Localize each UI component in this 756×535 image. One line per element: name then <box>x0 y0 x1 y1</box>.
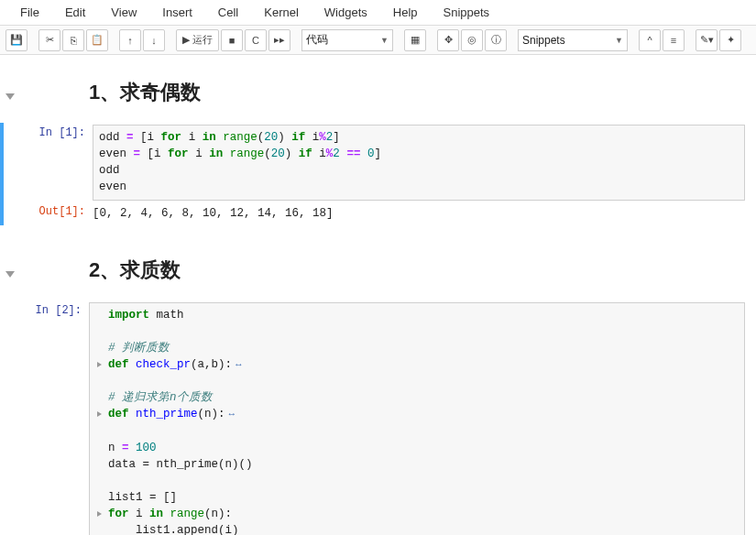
run-button[interactable]: ▶ 运行 <box>176 29 219 51</box>
menu-widgets[interactable]: Widgets <box>312 2 380 23</box>
interrupt-button[interactable]: ■ <box>221 29 243 51</box>
brush-button[interactable]: ✎▾ <box>696 29 718 51</box>
code-fold-icon[interactable] <box>97 511 102 517</box>
chevron-down-icon: ▼ <box>380 36 389 45</box>
cut-button[interactable]: ✂ <box>38 29 60 51</box>
code-input-area[interactable]: odd = [i for i in range(20) if i%2] even… <box>93 125 745 201</box>
menu-bar: File Edit View Insert Cell Kernel Widget… <box>0 0 756 26</box>
caret-up-button[interactable]: ^ <box>639 29 661 51</box>
circle-icon-button[interactable]: ◎ <box>461 29 483 51</box>
save-button[interactable]: 💾 <box>5 29 27 51</box>
chevron-down-icon: ▼ <box>615 36 623 45</box>
code-cell-selected[interactable]: In [1]: odd = [i for i in range(20) if i… <box>0 123 756 225</box>
celltype-value: 代码 <box>306 32 328 48</box>
fold-ellipsis-icon[interactable]: ↔ <box>236 359 242 370</box>
menu-kernel[interactable]: Kernel <box>251 2 312 23</box>
menu-help[interactable]: Help <box>380 2 431 23</box>
output-prompt: Out[1]: <box>24 203 93 218</box>
info-icon-button[interactable]: ⓘ <box>485 29 507 51</box>
paste-button[interactable]: 📋 <box>86 29 108 51</box>
code-cell[interactable]: In [2]: import math # 判断质数 def check_pr(… <box>0 300 756 536</box>
menu-file[interactable]: File <box>7 2 52 23</box>
menu-snippets[interactable]: Snippets <box>431 2 503 23</box>
code-input-area[interactable]: import math # 判断质数 def check_pr(a,b):↔ #… <box>89 302 745 536</box>
markdown-cell[interactable]: 1、求奇偶数 <box>0 62 756 123</box>
menu-cell[interactable]: Cell <box>205 2 251 23</box>
list-button[interactable]: ≡ <box>663 29 685 51</box>
eraser-button[interactable]: ✦ <box>719 29 741 51</box>
snippets-value: Snippets <box>522 34 565 47</box>
input-prompt: In [2]: <box>20 302 89 317</box>
notebook-area[interactable]: 1、求奇偶数 In [1]: odd = [i for i in range(2… <box>0 55 756 535</box>
code-fold-icon[interactable] <box>97 411 102 417</box>
input-prompt: In [1]: <box>24 125 93 139</box>
heading-text: 2、求质数 <box>89 251 756 293</box>
move-icon-button[interactable]: ✥ <box>437 29 459 51</box>
restart-run-all-button[interactable]: ▸▸ <box>268 29 290 51</box>
command-palette-button[interactable]: ▦ <box>404 29 426 51</box>
markdown-cell[interactable]: 2、求质数 <box>0 240 756 300</box>
heading-text: 1、求奇偶数 <box>89 73 756 115</box>
copy-button[interactable]: ⎘ <box>62 29 84 51</box>
fold-ellipsis-icon[interactable]: ↔ <box>229 409 236 420</box>
code-fold-icon[interactable] <box>97 362 102 367</box>
fold-toggle-icon[interactable] <box>5 271 15 278</box>
output-text: [0, 2, 4, 6, 8, 10, 12, 14, 16, 18] <box>93 203 756 224</box>
menu-view[interactable]: View <box>98 2 149 23</box>
run-label: 运行 <box>192 33 213 47</box>
move-up-button[interactable]: ↑ <box>119 29 141 51</box>
fold-toggle-icon[interactable] <box>5 93 15 100</box>
celltype-select[interactable]: 代码 ▼ <box>301 29 393 51</box>
move-down-button[interactable]: ↓ <box>143 29 165 51</box>
restart-button[interactable]: C <box>245 29 267 51</box>
menu-edit[interactable]: Edit <box>52 2 98 23</box>
snippets-select[interactable]: Snippets ▼ <box>518 29 628 51</box>
menu-insert[interactable]: Insert <box>149 2 205 23</box>
toolbar: 💾 ✂ ⎘ 📋 ↑ ↓ ▶ 运行 ■ C ▸▸ 代码 ▼ ▦ ✥ ◎ ⓘ Sni… <box>0 26 756 55</box>
play-icon: ▶ <box>182 34 190 46</box>
